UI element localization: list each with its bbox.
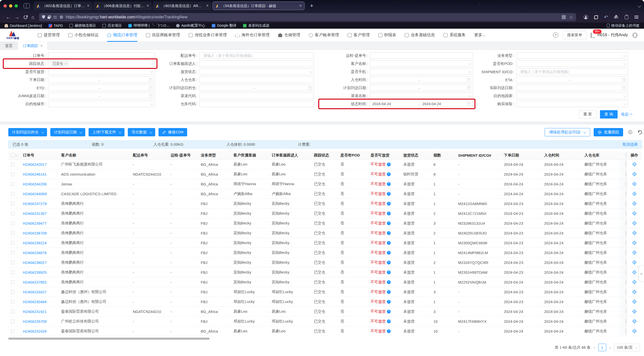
bookmark-item[interactable]: 条形码生成器 xyxy=(243,23,269,28)
filter-input[interactable] xyxy=(199,60,314,67)
row-checkbox[interactable] xyxy=(11,241,15,245)
track-locate-icon[interactable] xyxy=(632,329,637,333)
plan-dest-warehouse-button[interactable]: 计划到达目的仓 xyxy=(8,128,47,136)
track-locate-icon[interactable] xyxy=(632,241,637,245)
filter-input[interactable] xyxy=(516,85,628,91)
reload-button[interactable] xyxy=(23,14,28,20)
info-icon[interactable] xyxy=(387,221,391,225)
info-icon[interactable] xyxy=(387,241,391,245)
qr-code-icon[interactable] xyxy=(562,15,566,19)
track-locate-icon[interactable] xyxy=(632,250,637,255)
order-number-link[interactable]: H2404239224 xyxy=(23,241,47,245)
new-tab-button[interactable] xyxy=(308,2,315,10)
calendar-icon[interactable] xyxy=(149,94,152,98)
track-locate-icon[interactable] xyxy=(632,191,637,196)
info-icon[interactable] xyxy=(387,202,391,206)
bookmark-item[interactable]: TAPD xyxy=(49,24,63,28)
order-number-link[interactable]: H2404244206 xyxy=(23,182,47,186)
info-icon[interactable] xyxy=(387,310,391,313)
home-button[interactable] xyxy=(31,14,34,20)
bookmark-item[interactable]: Dashboard [Jenkins] xyxy=(5,24,42,28)
track-locate-icon[interactable] xyxy=(632,201,637,206)
window-minimize-button[interactable] xyxy=(9,4,12,8)
back-button[interactable] xyxy=(4,14,13,20)
filter-input[interactable] xyxy=(370,93,473,99)
collapse-link[interactable]: 收起 xyxy=(621,112,632,117)
browser-tab[interactable]: （602条推送信息）订单配运 - 赫 xyxy=(34,2,92,10)
browser-tab[interactable]: （606条推送信息）付款单结算 - xyxy=(93,2,152,10)
cancel-selection-link[interactable]: 取消选择 xyxy=(623,142,638,147)
order-number-link[interactable]: H2404231357 xyxy=(23,211,47,216)
row-checkbox[interactable] xyxy=(11,202,15,206)
tab-home[interactable]: 首页 xyxy=(0,42,18,50)
help-icon[interactable]: ? xyxy=(553,32,558,38)
filter-input[interactable]: 已交仓 xyxy=(48,60,155,67)
current-page[interactable]: 1 xyxy=(598,344,606,351)
info-icon[interactable] xyxy=(387,290,391,294)
order-number-link[interactable]: H2404239925 xyxy=(23,270,47,274)
track-locate-icon[interactable] xyxy=(632,299,637,304)
info-icon[interactable] xyxy=(387,182,391,186)
tab-order-tracking[interactable]: 订单跟踪 xyxy=(18,42,48,50)
track-locate-icon[interactable] xyxy=(632,172,637,176)
tab-close-icon[interactable] xyxy=(41,44,43,48)
app-nav-item[interactable]: 物流订单管理 xyxy=(107,29,137,42)
prev-page-button[interactable] xyxy=(594,345,595,350)
bookmark-item[interactable]: 赫德物流项目 xyxy=(69,23,96,28)
row-checkbox[interactable] xyxy=(11,300,15,304)
filter-input[interactable] xyxy=(370,76,473,83)
mobile-bookmarks[interactable]: 移动设备上的书签 xyxy=(607,23,639,28)
calendar-icon[interactable] xyxy=(149,78,152,82)
order-number-link[interactable]: H2404235709 xyxy=(23,319,47,324)
tag-remove-icon[interactable] xyxy=(65,62,67,66)
row-checkbox[interactable] xyxy=(11,261,15,264)
order-number-link[interactable]: H2404236027 xyxy=(23,260,47,265)
app-nav-item[interactable]: 提货管理 xyxy=(38,29,60,42)
row-checkbox[interactable] xyxy=(11,182,15,186)
row-checkbox[interactable] xyxy=(11,231,15,235)
info-icon[interactable] xyxy=(387,251,391,255)
filter-input[interactable] xyxy=(48,85,155,91)
hart-logo[interactable]: HART赫德 xyxy=(7,30,19,40)
tab-overflow-icon[interactable] xyxy=(638,4,641,8)
filter-input[interactable] xyxy=(48,101,155,107)
next-page-button[interactable] xyxy=(609,345,611,350)
user-name[interactable]: H016 - 代伟Andy xyxy=(597,32,628,38)
batch-track-button[interactable]: 批量跟踪 xyxy=(594,128,623,136)
plan-arrival-date-button[interactable]: 计划到达日期 xyxy=(50,128,85,136)
filter-input[interactable]: 2024-04-24 2024-04-24 xyxy=(370,101,473,107)
track-locate-icon[interactable] xyxy=(632,270,637,274)
filter-input[interactable] xyxy=(199,68,314,75)
row-checkbox[interactable] xyxy=(11,290,15,294)
filter-input[interactable] xyxy=(516,60,628,67)
extension-spheres-icon[interactable] xyxy=(614,15,619,19)
info-icon[interactable] xyxy=(387,231,391,235)
screenshot-icon[interactable] xyxy=(594,15,598,19)
info-icon[interactable] xyxy=(387,212,391,215)
row-checkbox[interactable] xyxy=(11,212,15,215)
app-nav-item[interactable]: 传统业务订单管理 xyxy=(189,29,227,42)
row-checkbox[interactable] xyxy=(11,192,15,196)
filter-input[interactable] xyxy=(370,85,473,91)
filter-input[interactable] xyxy=(48,76,155,83)
tab-close-icon[interactable] xyxy=(206,4,209,8)
filter-input[interactable] xyxy=(199,76,314,83)
info-icon[interactable] xyxy=(387,163,391,166)
notifications[interactable]: 99+ xyxy=(591,33,591,37)
filter-input[interactable]: 请输入（多个查询以空格相隔） xyxy=(516,68,628,75)
bookmark-star-icon[interactable] xyxy=(569,15,573,20)
filter-input[interactable]: 请输入（多个查询以空格相隔） xyxy=(199,52,314,59)
row-checkbox[interactable] xyxy=(11,251,15,255)
search-menu-button[interactable]: 搜索菜单 xyxy=(563,31,586,39)
app-nav-item[interactable]: 系统服务 xyxy=(444,29,466,42)
location-permission-icon[interactable] xyxy=(60,16,63,19)
order-number-link[interactable]: H2404246141 xyxy=(23,172,47,176)
track-locate-icon[interactable] xyxy=(632,182,637,186)
track-locate-icon[interactable] xyxy=(632,162,637,167)
bookmark-item[interactable]: Apollo配置中心 xyxy=(176,23,205,28)
app-nav-item[interactable]: 海外仓订单管理 xyxy=(235,29,270,42)
reset-button[interactable]: 重 置 xyxy=(579,110,596,118)
permissions-icon[interactable] xyxy=(53,16,57,18)
filter-input[interactable] xyxy=(370,60,473,67)
calendar-icon[interactable] xyxy=(622,86,625,90)
